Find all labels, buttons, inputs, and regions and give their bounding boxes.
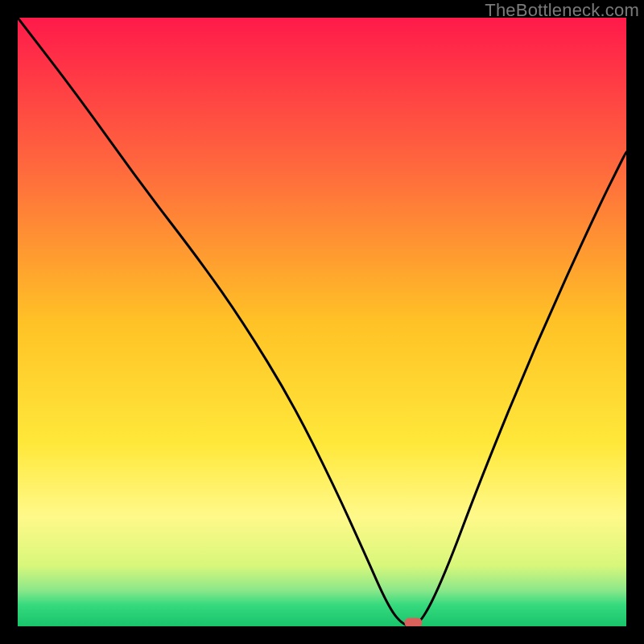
- watermark-text: TheBottleneck.com: [485, 0, 639, 21]
- gradient-bg: [18, 18, 626, 626]
- chart-frame: TheBottleneck.com: [0, 0, 644, 644]
- chart-svg: [18, 18, 626, 626]
- min-marker: [404, 617, 422, 626]
- chart-plot: [18, 18, 626, 626]
